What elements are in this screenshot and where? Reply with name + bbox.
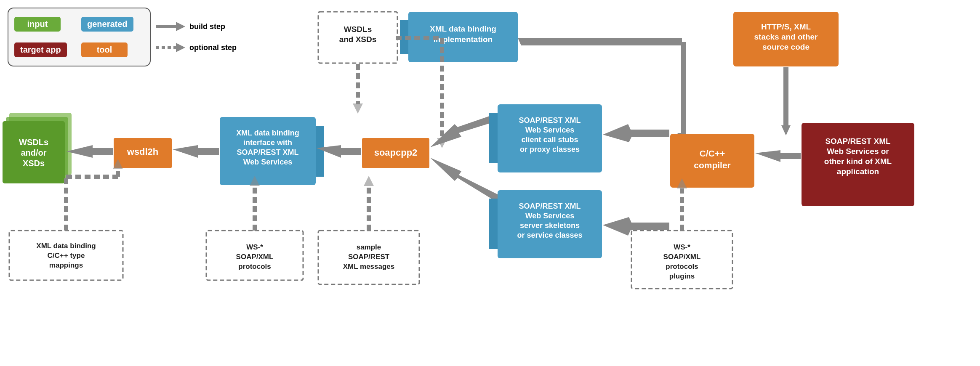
svg-marker-26 (489, 199, 498, 249)
legend-target-box: target app (14, 42, 67, 57)
svg-text:sample: sample (357, 243, 381, 251)
svg-text:SOAP/REST XML: SOAP/REST XML (519, 116, 581, 125)
legend-input: input (14, 13, 77, 35)
svg-marker-10 (316, 126, 324, 177)
svg-text:server skeletons: server skeletons (520, 221, 580, 230)
legend-arrows: build step optional step (156, 8, 248, 66)
svg-text:mappings: mappings (49, 261, 83, 269)
svg-marker-15 (317, 145, 361, 158)
svg-text:stacks and other: stacks and other (754, 32, 818, 41)
xml-binding-ctypes-node: XML data binding C/C++ type mappings (9, 231, 123, 280)
svg-text:C/C++: C/C++ (700, 149, 725, 158)
soap-rest-result-node (802, 123, 914, 206)
svg-rect-25 (498, 190, 602, 258)
svg-text:WSDLs: WSDLs (19, 138, 48, 147)
svg-rect-39 (733, 12, 839, 66)
svg-text:XSDs: XSDs (23, 159, 45, 168)
svg-text:and XSDs: and XSDs (339, 35, 377, 44)
svg-rect-33 (408, 12, 518, 62)
svg-text:compiler: compiler (694, 160, 731, 170)
legend-box: input generated target app tool (8, 8, 151, 66)
legend-generated: generated (81, 13, 144, 35)
legend-optional-step: optional step (156, 43, 248, 52)
svg-text:XML data binding: XML data binding (36, 242, 96, 250)
xml-binding-interface-node: XML data binding interface with SOAP/RES… (220, 117, 324, 185)
svg-rect-1 (6, 117, 68, 179)
wsdls-input-node: WSDLs and/or XSDs (3, 113, 72, 183)
svg-text:other kind of XML: other kind of XML (824, 157, 892, 166)
ws-protocols1-node: WS-* SOAP/XML protocols (206, 231, 303, 280)
svg-text:implementation: implementation (434, 35, 493, 44)
svg-text:Web Services: Web Services (525, 126, 575, 134)
legend-target: target app (14, 39, 77, 61)
svg-text:WS-*: WS-* (674, 243, 690, 251)
svg-text:protocols: protocols (666, 263, 698, 271)
legend-generated-box: generated (81, 17, 133, 32)
legend-build-step: build step (156, 22, 248, 31)
dashed-arrow-icon (156, 43, 185, 52)
svg-text:SOAP/REST XML: SOAP/REST XML (237, 148, 298, 156)
soap-rest-client-node: SOAP/REST XML Web Services client call s… (489, 104, 602, 172)
svg-marker-18 (430, 158, 499, 202)
svg-text:XML data binding: XML data binding (236, 129, 299, 137)
legend-input-box: input (14, 17, 61, 32)
sample-soap-node: sample SOAP/REST XML messages (318, 231, 419, 284)
svg-rect-68 (206, 231, 303, 280)
legend-tool: tool (81, 39, 144, 61)
soapcpp2-node (362, 138, 429, 168)
svg-text:or service classes: or service classes (517, 231, 582, 239)
wsdls-xsds-top-node: WSDLs and XSDs (318, 12, 397, 63)
svg-text:SOAP/REST XML: SOAP/REST XML (825, 137, 891, 146)
optional-step-label: optional step (189, 43, 237, 52)
svg-marker-44 (781, 125, 791, 135)
svg-text:Web Services: Web Services (525, 212, 575, 220)
xml-binding-impl-node: XML data binding implementation (400, 12, 518, 62)
svg-text:WS-*: WS-* (246, 243, 263, 251)
svg-text:WSDLs: WSDLs (344, 25, 372, 34)
svg-rect-2 (3, 121, 65, 183)
svg-marker-31 (603, 124, 669, 142)
svg-rect-9 (220, 117, 316, 185)
solid-arrow-icon (156, 22, 185, 31)
svg-text:client call stubs: client call stubs (521, 135, 578, 144)
svg-text:Web Services or: Web Services or (827, 147, 889, 156)
soap-rest-server-node: SOAP/REST XML Web Services server skelet… (489, 190, 602, 258)
svg-marker-38 (677, 133, 686, 141)
svg-marker-79 (364, 176, 374, 186)
svg-marker-34 (400, 20, 408, 54)
svg-marker-20 (489, 113, 498, 163)
svg-rect-19 (498, 104, 602, 172)
svg-text:wsdl2h: wsdl2h (127, 146, 159, 157)
legend-tool-box: tool (81, 42, 128, 57)
ws-protocols2-node: WS-* SOAP/XML protocols plugins (631, 231, 732, 289)
build-step-label: build step (189, 22, 225, 31)
svg-text:Web Services: Web Services (243, 158, 293, 166)
svg-rect-52 (318, 12, 397, 63)
svg-rect-80 (631, 231, 732, 289)
svg-rect-74 (318, 231, 419, 284)
svg-text:soapcpp2: soapcpp2 (374, 147, 418, 158)
svg-text:XML data binding: XML data binding (430, 24, 496, 33)
ccompiler-node (670, 134, 754, 188)
svg-text:application: application (837, 167, 879, 176)
svg-text:plugins: plugins (669, 272, 695, 280)
svg-text:interface with: interface with (243, 138, 292, 147)
svg-text:XML messages: XML messages (343, 263, 395, 271)
http-xml-stacks-node: HTTP/S, XML stacks and other source code (733, 12, 839, 66)
wsdl2h-node (114, 138, 172, 168)
svg-rect-60 (9, 231, 123, 280)
svg-marker-59 (437, 138, 447, 148)
svg-text:and/or: and/or (21, 148, 46, 157)
svg-marker-8 (173, 145, 219, 158)
svg-marker-47 (755, 150, 801, 162)
svg-text:protocols: protocols (238, 263, 271, 271)
svg-text:or proxy classes: or proxy classes (520, 145, 580, 154)
svg-text:SOAP/REST XML: SOAP/REST XML (519, 202, 581, 210)
svg-marker-73 (250, 176, 260, 186)
svg-marker-86 (677, 178, 687, 188)
svg-text:SOAP/XML: SOAP/XML (663, 253, 701, 261)
svg-marker-56 (353, 103, 363, 114)
svg-text:source code: source code (762, 42, 810, 51)
svg-rect-0 (9, 113, 72, 175)
svg-marker-17 (430, 114, 499, 147)
